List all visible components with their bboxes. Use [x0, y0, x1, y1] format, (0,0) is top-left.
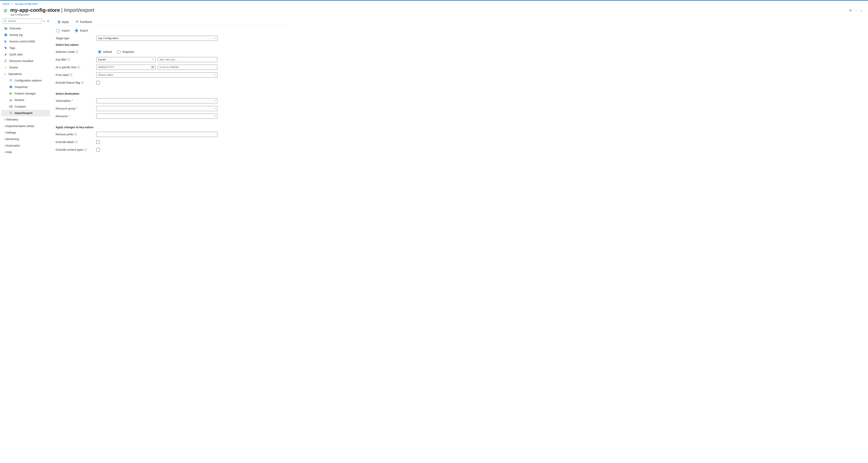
svg-rect-3	[5, 29, 7, 29]
info-icon[interactable]: i	[70, 73, 72, 76]
nav-group-monitoring[interactable]: Monitoring	[1, 136, 50, 143]
nav-feature-manager[interactable]: Feature manager	[1, 90, 50, 97]
svg-point-18	[10, 81, 10, 82]
nav-access-control[interactable]: Access control (IAM)	[1, 38, 50, 45]
nav-snapshots[interactable]: Snapshots	[1, 84, 50, 90]
apply-button[interactable]: Apply	[56, 18, 71, 26]
info-icon[interactable]: i	[74, 133, 77, 135]
import-export-mode: Import Export	[56, 26, 288, 35]
radio-mode-snapshot[interactable]: Snapshot	[117, 50, 134, 54]
resource-group-select[interactable]	[96, 106, 217, 111]
target-type-label: Target type	[56, 37, 96, 40]
svg-rect-38	[153, 67, 153, 68]
svg-rect-7	[5, 35, 6, 36]
svg-rect-27	[11, 106, 12, 106]
svg-point-11	[5, 60, 6, 60]
nav-activity-log[interactable]: Activity log	[1, 32, 50, 38]
selection-mode-label: Selection mode i	[56, 50, 96, 54]
specific-time-label: At a specific time i	[56, 66, 96, 69]
tags-icon	[4, 46, 7, 50]
sidebar-search[interactable]	[3, 19, 41, 24]
nav-group-settings[interactable]: Settings	[1, 129, 50, 136]
svg-point-33	[76, 21, 77, 22]
info-icon[interactable]: i	[76, 51, 78, 53]
nav-group-experimentation[interactable]: Experimentation (New)	[1, 123, 50, 129]
override-content-types-checkbox[interactable]	[96, 148, 100, 152]
info-icon[interactable]: i	[81, 81, 84, 84]
nav-group-automation[interactable]: Automation	[1, 143, 50, 149]
override-labels-checkbox[interactable]	[96, 140, 100, 144]
svg-rect-37	[153, 67, 153, 68]
chevron-right-icon	[4, 119, 6, 121]
main-content: Apply Feedback Import Export Target type…	[50, 18, 291, 161]
feedback-icon	[75, 21, 79, 24]
remove-prefix-input[interactable]	[96, 132, 217, 137]
more-icon[interactable]: ···	[855, 8, 859, 12]
restore-icon	[9, 98, 12, 102]
expand-nav-icon[interactable]	[42, 20, 45, 23]
sidebar-search-input[interactable]	[8, 20, 40, 23]
section-select-key-values: Select key-values	[56, 43, 288, 47]
target-type-select[interactable]: App Configuration	[96, 36, 217, 41]
chevron-down-icon	[213, 107, 216, 110]
key-filter-value-input[interactable]	[158, 57, 217, 62]
nav-tags[interactable]: Tags	[1, 45, 50, 51]
exclude-feature-flag-checkbox[interactable]	[96, 81, 100, 85]
nav-group-help[interactable]: Help	[1, 149, 50, 155]
config-explorer-icon	[9, 79, 12, 82]
save-icon	[58, 21, 61, 24]
favorite-star-icon[interactable]	[849, 8, 852, 12]
svg-rect-36	[152, 67, 153, 68]
section-apply-changes: Apply changes to key-values	[56, 126, 288, 129]
info-icon[interactable]: i	[78, 66, 80, 68]
info-icon[interactable]: i	[67, 58, 70, 61]
subscription-select[interactable]	[96, 98, 217, 103]
nav-quick-start[interactable]: Quick start	[1, 51, 50, 58]
chevron-right-icon	[4, 151, 6, 153]
nav-restore[interactable]: Restore	[1, 97, 50, 103]
toolbar: Apply Feedback	[56, 18, 288, 26]
compare-icon	[9, 105, 12, 108]
nav-import-export[interactable]: Import/export	[1, 110, 50, 116]
svg-rect-20	[10, 86, 11, 86]
activity-log-icon	[4, 33, 7, 37]
feedback-button[interactable]: Feedback	[73, 18, 94, 26]
nav-group-telemetry[interactable]: Telemetry	[1, 116, 50, 123]
nav-compare[interactable]: Compare	[1, 103, 50, 110]
radio-export[interactable]: Export	[75, 29, 88, 32]
svg-rect-28	[10, 106, 10, 107]
svg-rect-15	[11, 80, 12, 80]
nav-group-operations[interactable]: Operations	[1, 71, 50, 77]
radio-import[interactable]: Import	[56, 29, 70, 32]
svg-rect-26	[10, 106, 10, 106]
svg-point-0	[4, 20, 6, 22]
svg-point-23	[11, 93, 12, 94]
resource-select[interactable]	[96, 114, 217, 119]
breadcrumb-resource[interactable]: my-app-config-store	[15, 2, 38, 5]
close-button[interactable]	[859, 8, 864, 13]
nav-resource-visualizer[interactable]: Resource visualizer	[1, 58, 50, 64]
remove-prefix-label: Remove prefix i	[56, 133, 96, 136]
chevron-right-icon	[4, 131, 6, 134]
resource-label: Resource *	[56, 115, 96, 118]
chevron-down-icon	[213, 37, 216, 39]
from-label-select[interactable]: Please select	[96, 72, 217, 78]
info-icon[interactable]: i	[75, 141, 78, 143]
svg-rect-34	[77, 21, 78, 22]
calendar-icon[interactable]	[150, 66, 154, 69]
date-input[interactable]	[96, 65, 156, 70]
time-input[interactable]	[158, 65, 217, 70]
radio-mode-default[interactable]: Default	[98, 50, 112, 54]
subscription-label: Subscription *	[56, 99, 96, 102]
nav-overview[interactable]: Overview	[1, 25, 50, 32]
collapse-nav-icon[interactable]	[46, 20, 49, 23]
svg-point-8	[5, 40, 6, 41]
nav-events[interactable]: Events	[1, 64, 50, 71]
svg-point-21	[10, 87, 11, 88]
exclude-feature-flag-label: Exclude feature flag i	[56, 81, 96, 84]
from-label-label: From label i	[56, 73, 96, 76]
nav-configuration-explorer[interactable]: Configuration explorer	[1, 77, 50, 84]
breadcrumb-home[interactable]: Home	[3, 2, 10, 5]
key-filter-operator-select[interactable]: Equals	[96, 57, 156, 62]
info-icon[interactable]: i	[85, 148, 87, 151]
